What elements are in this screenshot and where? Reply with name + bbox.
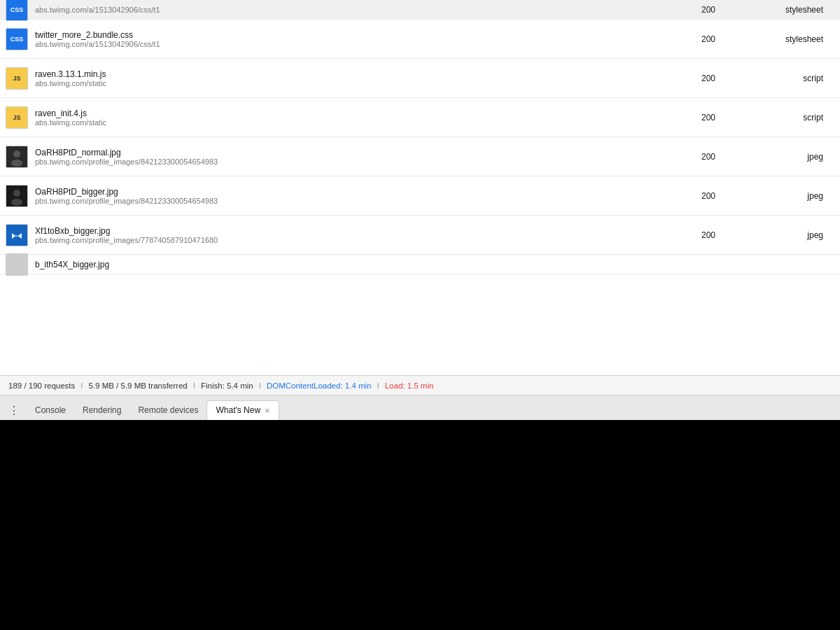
tab-console-label: Console <box>35 405 66 415</box>
status-bar: 189 / 190 requests I 5.9 MB / 5.9 MB tra… <box>0 375 840 395</box>
load-time: Load: 1.5 min <box>385 382 434 390</box>
resource-status: 200 <box>666 191 750 201</box>
table-row[interactable]: OaRH8PtD_bigger.jpg pbs.twimg.com/profil… <box>0 176 840 216</box>
resource-status: 200 <box>666 5 750 15</box>
resource-url: abs.twimg.com/a/1513042906/css/t1 <box>35 40 666 48</box>
resource-info: abs.twimg.com/a/1513042906/css/t1 <box>35 6 666 14</box>
devtools-panel: CSS abs.twimg.com/a/1513042906/css/t1 20… <box>0 0 840 420</box>
resource-url: pbs.twimg.com/profile_images/84212330005… <box>35 197 666 205</box>
tab-whats-new-label: What's New <box>216 405 260 415</box>
resource-url: pbs.twimg.com/profile_images/84212330005… <box>35 158 666 166</box>
domcontent-time: DOMContentLoaded: 1.4 min <box>267 382 372 390</box>
resource-info: OaRH8PtD_normal.jpg pbs.twimg.com/profil… <box>35 148 666 166</box>
tab-close-button[interactable]: × <box>265 406 270 415</box>
tab-remote-devices-label: Remote devices <box>138 405 198 415</box>
table-row[interactable]: b_ith54X_bigger.jpg <box>0 255 840 274</box>
resource-status: 200 <box>666 230 750 240</box>
table-row[interactable]: OaRH8PtD_normal.jpg pbs.twimg.com/profil… <box>0 137 840 176</box>
resource-status: 200 <box>666 113 750 122</box>
tab-remote-devices[interactable]: Remote devices <box>130 400 206 420</box>
image-icon <box>6 146 28 168</box>
resource-name: twitter_more_2.bundle.css <box>35 30 666 40</box>
svg-point-5 <box>11 199 22 206</box>
separator: I <box>193 382 195 390</box>
table-row[interactable]: Xf1toBxb_bigger.jpg pbs.twimg.com/profil… <box>0 216 840 255</box>
resource-type: script <box>750 74 834 83</box>
resource-status: 200 <box>666 152 750 162</box>
image-icon <box>6 253 28 276</box>
resource-name: OaRH8PtD_normal.jpg <box>35 148 666 158</box>
resource-info: raven.3.13.1.min.js abs.twimg.com/static <box>35 69 666 88</box>
resource-name: OaRH8PtD_bigger.jpg <box>35 187 666 197</box>
css-icon: CSS <box>6 28 28 50</box>
resource-name: b_ith54X_bigger.jpg <box>35 260 834 270</box>
svg-point-4 <box>13 190 20 197</box>
resource-status: 200 <box>666 74 750 83</box>
resource-info: OaRH8PtD_bigger.jpg pbs.twimg.com/profil… <box>35 187 666 205</box>
resource-info: raven_init.4.js abs.twimg.com/static <box>35 108 666 127</box>
separator: I <box>259 382 261 390</box>
tab-whats-new[interactable]: What's New × <box>206 400 279 420</box>
resource-status: 200 <box>666 34 750 44</box>
tab-rendering-label: Rendering <box>83 405 121 415</box>
resource-type: jpeg <box>750 191 834 201</box>
resource-type: jpeg <box>750 152 834 162</box>
resource-info: Xf1toBxb_bigger.jpg pbs.twimg.com/profil… <box>35 226 666 244</box>
finish-time: Finish: 5.4 min <box>201 382 253 390</box>
requests-count: 189 / 190 requests <box>8 382 75 390</box>
resource-type: stylesheet <box>750 34 834 44</box>
resource-name: raven.3.13.1.min.js <box>35 69 666 79</box>
resource-url: abs.twimg.com/static <box>35 118 666 127</box>
resource-url: abs.twimg.com/a/1513042906/css/t1 <box>35 6 666 14</box>
table-row[interactable]: CSS twitter_more_2.bundle.css abs.twimg.… <box>0 20 840 59</box>
tabs-bar: ⋮ Console Rendering Remote devices What'… <box>0 395 840 420</box>
separator: I <box>377 382 379 390</box>
tab-console[interactable]: Console <box>27 400 74 420</box>
resource-type: script <box>750 113 834 122</box>
resource-url: pbs.twimg.com/profile_images/77874058791… <box>35 236 666 244</box>
js-icon: JS <box>6 106 28 129</box>
resource-info: twitter_more_2.bundle.css abs.twimg.com/… <box>35 30 666 48</box>
network-table: CSS abs.twimg.com/a/1513042906/css/t1 20… <box>0 0 840 375</box>
table-row[interactable]: JS raven_init.4.js abs.twimg.com/static … <box>0 98 840 137</box>
image-icon <box>6 185 28 207</box>
resource-info: b_ith54X_bigger.jpg <box>35 260 834 270</box>
resource-url: abs.twimg.com/static <box>35 79 666 88</box>
separator: I <box>80 382 83 390</box>
image-icon <box>6 224 28 246</box>
js-icon: JS <box>6 67 28 90</box>
svg-point-1 <box>13 150 20 158</box>
transferred-size: 5.9 MB / 5.9 MB transferred <box>88 382 187 390</box>
resource-type: jpeg <box>750 230 834 240</box>
resource-name: raven_init.4.js <box>35 108 666 118</box>
table-row[interactable]: CSS abs.twimg.com/a/1513042906/css/t1 20… <box>0 0 840 20</box>
css-icon: CSS <box>6 0 28 21</box>
more-tabs-button[interactable]: ⋮ <box>4 400 24 420</box>
svg-point-2 <box>11 160 22 167</box>
tab-rendering[interactable]: Rendering <box>74 400 130 420</box>
resource-name: Xf1toBxb_bigger.jpg <box>35 226 666 236</box>
resource-type: stylesheet <box>750 5 834 15</box>
table-row[interactable]: JS raven.3.13.1.min.js abs.twimg.com/sta… <box>0 59 840 98</box>
